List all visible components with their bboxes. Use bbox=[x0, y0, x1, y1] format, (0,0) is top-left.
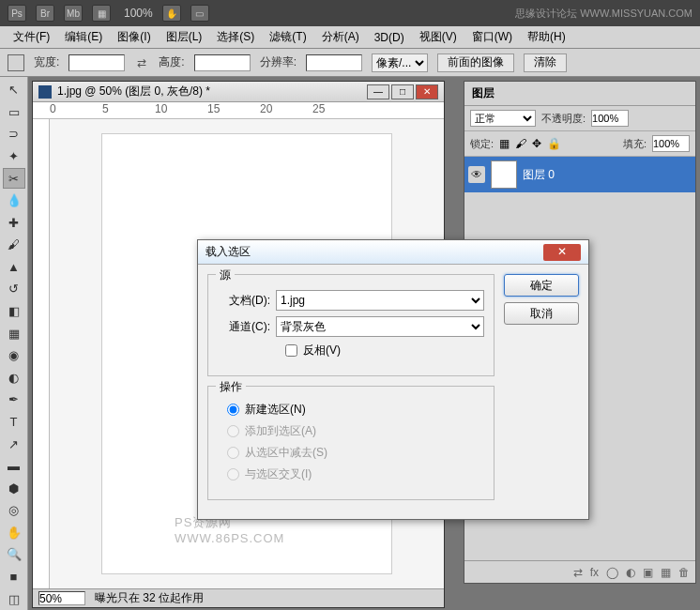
adjustment-icon[interactable]: ◐ bbox=[626, 566, 635, 579]
fx-icon[interactable]: fx bbox=[590, 566, 599, 579]
pen-tool[interactable]: ✒ bbox=[3, 389, 25, 410]
stamp-tool[interactable]: ▲ bbox=[3, 257, 25, 278]
document-label: 文档(D): bbox=[218, 293, 270, 309]
dialog-close-button[interactable]: ✕ bbox=[543, 244, 581, 261]
front-image-button[interactable]: 前面的图像 bbox=[437, 53, 514, 72]
visibility-icon[interactable]: 👁 bbox=[468, 166, 485, 183]
op-int-label: 与选区交叉(I) bbox=[245, 466, 312, 482]
menu-3d[interactable]: 3D(D) bbox=[367, 28, 412, 47]
ps-doc-icon bbox=[38, 85, 52, 99]
menu-file[interactable]: 文件(F) bbox=[6, 26, 57, 48]
quickmask-tool[interactable]: ◫ bbox=[3, 588, 25, 609]
group-icon[interactable]: ▣ bbox=[643, 566, 653, 579]
minimize-button[interactable]: — bbox=[367, 84, 389, 99]
gradient-tool[interactable]: ▦ bbox=[3, 323, 25, 343]
wand-tool[interactable]: ✦ bbox=[3, 146, 25, 167]
history-brush-tool[interactable]: ↺ bbox=[3, 279, 25, 299]
ruler-horizontal: 0510152025 bbox=[33, 102, 444, 119]
eraser-tool[interactable]: ◧ bbox=[3, 301, 25, 322]
3d-camera-tool[interactable]: ◎ bbox=[3, 500, 25, 521]
op-add-label: 添加到选区(A) bbox=[245, 423, 316, 439]
marquee-tool[interactable]: ▭ bbox=[3, 102, 25, 123]
app-header: Ps Br Mb ▦ 100% ✋ ▭ 思缘设计论坛 WWW.MISSYUAN.… bbox=[0, 0, 700, 26]
dialog-titlebar[interactable]: 载入选区 ✕ bbox=[198, 240, 588, 265]
menu-filter[interactable]: 滤镜(T) bbox=[262, 26, 313, 48]
op-int-radio[interactable] bbox=[227, 468, 239, 480]
heal-tool[interactable]: ✚ bbox=[3, 212, 25, 233]
layer-thumbnail[interactable] bbox=[491, 160, 517, 189]
op-new-radio[interactable] bbox=[227, 404, 239, 416]
blend-mode-select[interactable]: 正常 bbox=[470, 110, 536, 127]
crop-tool-icon[interactable] bbox=[8, 54, 24, 71]
clear-button[interactable]: 清除 bbox=[524, 53, 567, 72]
swap-icon[interactable]: ⇄ bbox=[134, 56, 149, 69]
close-button[interactable]: ✕ bbox=[416, 84, 438, 99]
color-swatch[interactable]: ■ bbox=[3, 567, 25, 587]
layer-row[interactable]: 👁 图层 0 bbox=[464, 157, 695, 192]
menu-analysis[interactable]: 分析(A) bbox=[314, 26, 367, 48]
mb-icon[interactable]: Mb bbox=[64, 5, 83, 22]
op-sub-radio[interactable] bbox=[227, 447, 239, 459]
invert-checkbox[interactable] bbox=[285, 344, 297, 357]
invert-label: 反相(V) bbox=[303, 343, 341, 358]
menu-select[interactable]: 选择(S) bbox=[209, 26, 262, 48]
resolution-label: 分辨率: bbox=[260, 54, 297, 70]
3d-tool[interactable]: ⬢ bbox=[3, 478, 25, 498]
fill-input[interactable] bbox=[652, 135, 690, 152]
lock-pixels-icon[interactable]: 🖌 bbox=[515, 137, 526, 150]
operation-legend: 操作 bbox=[216, 379, 246, 395]
unit-select[interactable]: 像素/... bbox=[372, 53, 428, 72]
lasso-tool[interactable]: ⊃ bbox=[3, 124, 25, 145]
path-tool[interactable]: ↗ bbox=[3, 434, 25, 454]
menu-window[interactable]: 窗口(W) bbox=[464, 26, 520, 48]
layer-name[interactable]: 图层 0 bbox=[523, 167, 555, 183]
menu-view[interactable]: 视图(V) bbox=[412, 26, 464, 48]
cancel-button[interactable]: 取消 bbox=[504, 302, 579, 325]
document-titlebar[interactable]: 1.jpg @ 50% (图层 0, 灰色/8) * — □ ✕ bbox=[33, 82, 444, 102]
channel-select[interactable]: 背景灰色 bbox=[276, 316, 484, 337]
zoom-tool[interactable]: 🔍 bbox=[3, 544, 25, 565]
type-tool[interactable]: T bbox=[3, 412, 25, 433]
resolution-input[interactable] bbox=[306, 54, 362, 71]
layout-icon[interactable]: ▦ bbox=[92, 5, 111, 22]
menubar: 文件(F) 编辑(E) 图像(I) 图层(L) 选择(S) 滤镜(T) 分析(A… bbox=[0, 26, 700, 49]
options-bar: 宽度: ⇄ 高度: 分辨率: 像素/... 前面的图像 清除 bbox=[0, 49, 700, 77]
lock-position-icon[interactable]: ✥ bbox=[532, 137, 541, 150]
menu-help[interactable]: 帮助(H) bbox=[520, 26, 573, 48]
hand-tool[interactable]: ✋ bbox=[3, 523, 25, 543]
width-input[interactable] bbox=[68, 54, 125, 71]
zoom-input[interactable] bbox=[38, 591, 85, 605]
new-layer-icon[interactable]: ▦ bbox=[661, 566, 671, 579]
zoom-value[interactable]: 100% bbox=[124, 7, 153, 20]
hand-icon[interactable]: ✋ bbox=[162, 5, 181, 22]
width-label: 宽度: bbox=[34, 54, 59, 70]
menu-image[interactable]: 图像(I) bbox=[110, 26, 158, 48]
watermark-text: 思缘设计论坛 WWW.MISSYUAN.COM bbox=[515, 7, 692, 21]
eyedropper-tool[interactable]: 💧 bbox=[3, 191, 25, 211]
link-icon[interactable]: ⇄ bbox=[573, 566, 583, 579]
load-selection-dialog: 载入选区 ✕ 源 文档(D): 1.jpg 通道(C): 背景灰色 反相(V) bbox=[197, 239, 589, 520]
dodge-tool[interactable]: ◐ bbox=[3, 368, 25, 389]
mask-icon[interactable]: ◯ bbox=[606, 566, 618, 579]
br-icon[interactable]: Br bbox=[36, 5, 54, 22]
menu-layer[interactable]: 图层(L) bbox=[159, 26, 210, 48]
blur-tool[interactable]: ◉ bbox=[3, 345, 25, 366]
status-text: 曝光只在 32 位起作用 bbox=[95, 590, 204, 606]
maximize-button[interactable]: □ bbox=[391, 84, 414, 99]
trash-icon[interactable]: 🗑 bbox=[678, 566, 690, 579]
opacity-input[interactable] bbox=[591, 110, 629, 127]
lock-transparency-icon[interactable]: ▦ bbox=[499, 137, 510, 150]
brush-tool[interactable]: 🖌 bbox=[3, 235, 25, 255]
height-input[interactable] bbox=[194, 54, 251, 71]
lock-all-icon[interactable]: 🔒 bbox=[547, 137, 561, 150]
op-sub-label: 从选区中减去(S) bbox=[245, 445, 327, 461]
ok-button[interactable]: 确定 bbox=[504, 274, 579, 297]
menu-edit[interactable]: 编辑(E) bbox=[57, 26, 110, 48]
layers-tab[interactable]: 图层 bbox=[464, 82, 695, 106]
crop-tool[interactable]: ✂ bbox=[3, 168, 25, 189]
shape-tool[interactable]: ▬ bbox=[3, 456, 25, 477]
screen-icon[interactable]: ▭ bbox=[190, 5, 209, 22]
document-select[interactable]: 1.jpg bbox=[276, 290, 484, 311]
op-add-radio[interactable] bbox=[227, 425, 239, 437]
move-tool[interactable]: ↖ bbox=[3, 80, 25, 100]
